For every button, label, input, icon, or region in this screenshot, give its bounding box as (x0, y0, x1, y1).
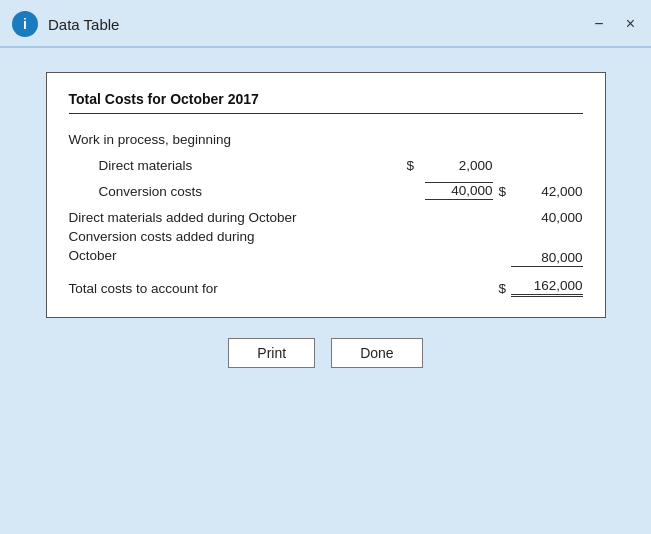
dollar-sign-2: $ (493, 184, 511, 200)
conversion-costs-value1: 40,000 (425, 182, 493, 200)
done-button[interactable]: Done (331, 338, 422, 368)
window-title: Data Table (48, 16, 119, 33)
print-button[interactable]: Print (228, 338, 315, 368)
main-content: Total Costs for October 2017 Work in pro… (0, 48, 651, 534)
table-row: Conversion costs added duringOctober 80,… (69, 228, 583, 267)
conversion-costs-label: Conversion costs (69, 184, 407, 200)
dm-added-value: 40,000 (511, 210, 583, 226)
total-costs-label: Total costs to account for (69, 281, 407, 297)
total-dollar-sign: $ (493, 281, 511, 297)
title-bar-controls: − × (590, 14, 639, 34)
table-row: Direct materials added during October 40… (69, 202, 583, 226)
direct-materials-label: Direct materials (69, 158, 407, 174)
info-icon: i (12, 11, 38, 37)
cc-added-label: Conversion costs added duringOctober (69, 228, 407, 267)
dollar-sign-1: $ (407, 158, 425, 174)
table-row: Direct materials $ 2,000 (69, 150, 583, 174)
table-title: Total Costs for October 2017 (69, 91, 583, 114)
close-button[interactable]: × (622, 14, 639, 34)
minimize-button[interactable]: − (590, 14, 607, 34)
table-row: Conversion costs 40,000 $ 42,000 (69, 176, 583, 200)
total-costs-value: 162,000 (511, 278, 583, 297)
dm-added-label: Direct materials added during October (69, 210, 407, 226)
table-body: Work in process, beginning Direct materi… (69, 124, 583, 297)
data-table-card: Total Costs for October 2017 Work in pro… (46, 72, 606, 318)
direct-materials-value1: 2,000 (425, 158, 493, 174)
title-bar-left: i Data Table (12, 11, 119, 37)
row-label: Work in process, beginning (69, 132, 407, 148)
cc-added-value: 80,000 (511, 250, 583, 267)
conversion-costs-value2: 42,000 (511, 184, 583, 200)
buttons-area: Print Done (228, 338, 422, 368)
table-row: Total costs to account for $ 162,000 (69, 273, 583, 297)
title-bar: i Data Table − × (0, 0, 651, 46)
table-row: Work in process, beginning (69, 124, 583, 148)
